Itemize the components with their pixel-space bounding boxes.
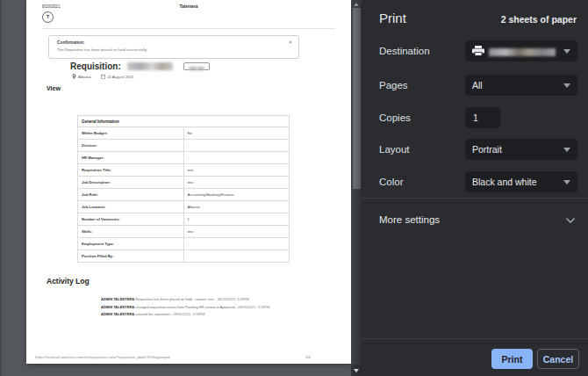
calendar-icon: [101, 74, 105, 79]
destination-label: Destination: [379, 46, 430, 56]
row-label: Requisition Title:: [78, 164, 184, 177]
entry-time: 08/20/2021, 3:33PM: [173, 312, 204, 316]
entry-time: 08/20/2021, 3:33PM: [218, 297, 249, 301]
pages-dropdown[interactable]: All: [465, 75, 577, 96]
table-row: Skills:test: [78, 226, 290, 238]
talentera-logo-icon: T: [42, 11, 54, 23]
redacted-destination-name: [489, 48, 556, 56]
row-label: Employment Type:: [78, 238, 184, 250]
scrollbar-thumb[interactable]: [353, 8, 361, 189]
row-value: Accounting/Banking/Finance: [183, 189, 290, 201]
entry-time: 08/20/2021, 3:33PM: [238, 305, 269, 309]
confirmation-title: Confirmation:: [57, 40, 84, 45]
general-information-table: General Information Within Budget:No Div…: [77, 115, 290, 263]
more-settings-toggle[interactable]: More settings: [362, 209, 588, 232]
chevron-down-icon: [563, 180, 570, 184]
print-dialog-title: Print: [379, 11, 406, 25]
layout-value: Portrait: [472, 144, 502, 155]
row-label: Job Role:: [78, 189, 184, 201]
activity-log-heading: Activity Log: [47, 277, 90, 286]
row-value: 1: [183, 213, 290, 226]
requisition-heading-row: Requisition:: [70, 58, 210, 69]
entry-actor: ADMIN TALENTERA: [101, 312, 134, 316]
copies-label: Copies: [379, 112, 411, 123]
confirmation-banner: Confirmation: The Requisition has been p…: [48, 35, 299, 59]
location-meta: Albania: [72, 75, 91, 79]
row-value: -: [183, 238, 290, 250]
location-text: Albania: [78, 75, 91, 79]
preview-scrollbar[interactable]: [351, 0, 362, 376]
destination-dropdown[interactable]: [465, 40, 577, 61]
settings-divider: [362, 198, 588, 199]
chevron-down-icon: [563, 83, 570, 88]
row-value: -: [183, 152, 290, 164]
row-value: -: [183, 140, 290, 152]
dialog-button-bar: Print Cancel: [362, 338, 588, 376]
button-bar-divider: [362, 338, 588, 339]
more-settings-label: More settings: [379, 214, 440, 225]
table-row: Job Role:Accounting/Banking/Finance: [78, 189, 290, 201]
table-row: Within Budget:No: [78, 127, 290, 140]
entry-actor: ADMIN TALENTERA: [101, 305, 134, 309]
view-heading: View: [47, 85, 61, 91]
color-value: Black and white: [472, 177, 537, 187]
document-page-indicator: 1/2: [305, 355, 311, 359]
scroll-down-button[interactable]: [351, 365, 362, 376]
entry-text: Requisition has been placed on hold - re…: [134, 297, 218, 301]
print-dialog-panel: Print 2 sheets of paper Destination Page…: [362, 0, 588, 376]
table-row: Position Filled By:: [78, 250, 290, 263]
row-label: HR Manager:: [78, 152, 184, 164]
table-row: HR Manager:-: [78, 152, 290, 164]
row-label: Skills:: [78, 226, 184, 238]
date-meta: 24 August 2021: [101, 75, 134, 79]
chevron-down-icon: [565, 217, 576, 224]
layout-dropdown[interactable]: Portrait: [465, 139, 577, 160]
row-value: No: [183, 127, 290, 140]
cancel-button[interactable]: Cancel: [537, 349, 579, 369]
print-button[interactable]: Print: [491, 349, 533, 369]
chevron-down-icon: [563, 49, 570, 54]
pages-label: Pages: [379, 80, 408, 90]
document-footer-url: https://tmanual.talentera.com/en/requisi…: [35, 355, 170, 359]
close-icon: ✕: [288, 40, 292, 45]
table-row: Division:-: [78, 140, 290, 152]
scroll-up-icon[interactable]: [354, 3, 359, 6]
row-value: Albania: [183, 201, 290, 213]
table-row: Requisition Title:test: [78, 164, 290, 177]
row-label: Division:: [78, 140, 184, 152]
entry-actor: ADMIN TALENTERA: [101, 297, 134, 301]
pages-value: All: [472, 80, 483, 90]
confirmation-message: The Requisition has been placed on hold …: [57, 47, 147, 52]
row-value: [183, 250, 290, 263]
color-label: Color: [379, 177, 403, 187]
chevron-down-icon: [563, 148, 570, 152]
sheets-count-label: 2 sheets of paper: [501, 14, 577, 25]
scroll-down-icon: [354, 369, 359, 372]
requisition-heading: Requisition:: [70, 61, 121, 71]
row-value: test: [183, 226, 290, 238]
table-header-row: General Information: [78, 116, 290, 127]
table-row: Job Location:Albania: [78, 201, 290, 213]
document-preview-page: 8/20/2021 Talentera T Confirmation: The …: [26, 0, 351, 364]
row-label: Position Filled By:: [78, 250, 184, 263]
document-header-title: Talentera: [26, 4, 351, 9]
entry-text: created the requisition -: [134, 312, 173, 316]
location-pin-icon: [72, 74, 76, 79]
row-value: test: [183, 164, 290, 177]
row-label: Within Budget:: [78, 127, 184, 140]
row-value: test: [183, 177, 290, 189]
date-text: 24 August 2021: [107, 75, 134, 79]
entry-text: changed requisition status from Pending …: [134, 305, 238, 309]
printer-icon: [472, 46, 484, 56]
table-row: Number of Vacancies:1: [78, 213, 290, 226]
activity-log-entry: ADMIN TALENTERA created the requisition …: [101, 311, 269, 319]
copies-input[interactable]: [465, 107, 500, 128]
table-row: Job Description:test: [78, 177, 290, 189]
table-row: Employment Type:-: [78, 238, 290, 250]
redacted-requisition-name: [127, 62, 173, 70]
row-label: Job Location:: [78, 201, 184, 213]
document-header-divider: [42, 28, 335, 29]
layout-label: Layout: [379, 144, 410, 155]
window-left-edge: [0, 0, 2, 376]
color-dropdown[interactable]: Black and white: [465, 171, 577, 192]
